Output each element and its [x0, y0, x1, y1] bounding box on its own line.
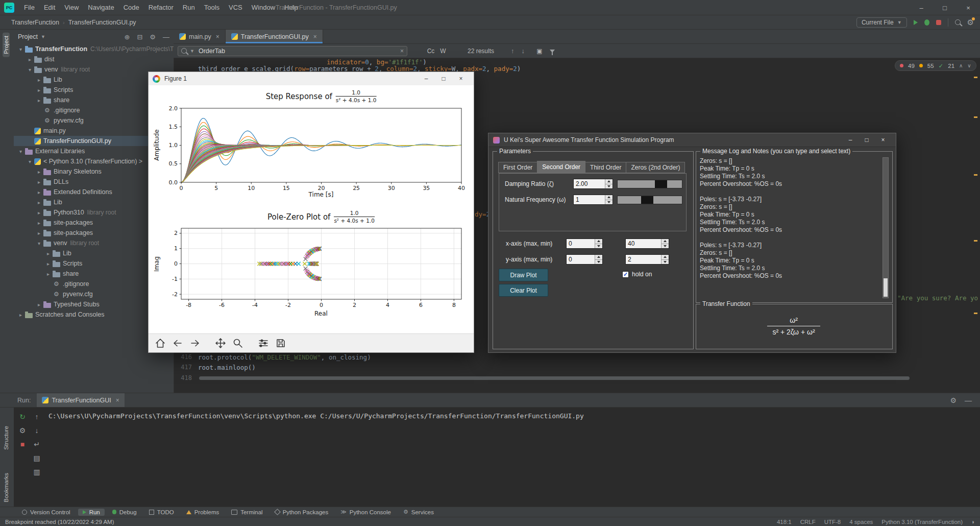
spin-down-button[interactable] — [662, 259, 669, 265]
interpreter-widget[interactable]: Python 3.10 (TransferFunction) — [881, 519, 963, 525]
tool-window-button-debug[interactable]: Debug — [108, 509, 141, 516]
rerun-icon[interactable]: ↻ — [17, 412, 28, 422]
inspection-mark[interactable] — [974, 313, 977, 314]
pan-icon[interactable] — [214, 337, 227, 350]
scrollbar-thumb[interactable] — [884, 278, 888, 297]
chevron-down-icon[interactable]: ▼ — [41, 34, 45, 39]
menu-file[interactable]: File — [19, 4, 39, 11]
spin-down-button[interactable] — [605, 200, 612, 205]
natural-frequency-spinbox[interactable]: 1 — [573, 195, 613, 205]
inspection-mark[interactable] — [974, 77, 977, 78]
filter-icon[interactable] — [550, 50, 555, 53]
minimize-icon[interactable]: – — [418, 72, 435, 85]
tool-window-button-todo[interactable]: TODO — [144, 509, 179, 516]
search-everywhere-icon[interactable] — [955, 19, 961, 25]
console-output[interactable]: C:\Users\U\PycharmProjects\TransferFunct… — [48, 412, 584, 420]
chevron-right-icon[interactable]: ▸ — [35, 230, 43, 236]
natural-frequency-value[interactable]: 1 — [574, 195, 605, 204]
settings-gear-icon[interactable]: ⚙ — [967, 18, 974, 26]
save-icon[interactable] — [274, 337, 287, 350]
y-axis-min-value[interactable]: 0 — [567, 255, 595, 264]
chevron-right-icon[interactable]: ▸ — [35, 98, 43, 103]
project-panel-title[interactable]: Project — [18, 33, 38, 40]
x-axis-min-value[interactable]: 0 — [567, 239, 595, 248]
run-configuration-select[interactable]: Current File ▼ — [856, 17, 907, 28]
y-axis-max-value[interactable]: 2 — [626, 255, 661, 264]
chevron-right-icon[interactable]: ▸ — [35, 220, 43, 226]
slider-handle[interactable] — [655, 180, 667, 188]
draw-plot-button[interactable]: Draw Plot — [499, 269, 548, 281]
message-log-text-area[interactable]: Zeros: s = []Peak Time: Tp = 0 sSettling… — [700, 157, 878, 298]
match-case-toggle[interactable]: Cc — [425, 46, 437, 56]
maximize-icon[interactable]: □ — [859, 133, 875, 147]
settings-icon[interactable]: ⚙ — [17, 425, 28, 436]
previous-problem-icon[interactable]: ∧ — [959, 63, 963, 68]
minimize-icon[interactable]: – — [910, 0, 933, 15]
inspection-mark[interactable] — [974, 240, 977, 242]
next-occurrence-icon[interactable]: ↓ — [518, 47, 529, 55]
breadcrumb-file[interactable]: TransferFunctionGUI.py — [68, 19, 136, 26]
back-icon[interactable] — [171, 337, 184, 350]
hide-panel-icon[interactable]: — — [163, 33, 169, 41]
chevron-right-icon[interactable]: ▸ — [26, 57, 34, 62]
tool-window-button-version-control[interactable]: Version Control — [17, 509, 75, 516]
zoom-icon[interactable] — [231, 337, 244, 350]
chevron-right-icon[interactable]: ▸ — [35, 77, 43, 83]
collapse-all-icon[interactable]: ⊟ — [137, 33, 142, 41]
chevron-down-icon[interactable]: ▾ — [35, 241, 43, 246]
close-tab-icon[interactable]: × — [216, 33, 219, 40]
tool-window-button-services[interactable]: ⚙Services — [399, 508, 438, 516]
menu-run[interactable]: Run — [178, 4, 200, 11]
chevron-right-icon[interactable]: ▸ — [35, 169, 43, 175]
menu-view[interactable]: View — [60, 4, 83, 11]
maximize-icon[interactable]: □ — [933, 0, 957, 15]
close-icon[interactable]: × — [875, 133, 891, 147]
spin-up-button[interactable] — [595, 239, 602, 244]
damping-ratio-slider[interactable] — [617, 180, 682, 188]
print-icon[interactable]: ▤ — [32, 453, 42, 463]
spin-up-button[interactable] — [605, 195, 612, 200]
configure-subplots-icon[interactable] — [257, 337, 270, 350]
y-axis-min-spinbox[interactable]: 0 — [566, 254, 603, 265]
menu-edit[interactable]: Edit — [39, 4, 60, 11]
chevron-right-icon[interactable]: ▸ — [35, 189, 43, 195]
line-number[interactable]: 417 — [176, 364, 192, 371]
chevron-down-icon[interactable]: ▾ — [17, 149, 24, 154]
spin-down-button[interactable] — [605, 184, 612, 189]
whole-words-toggle[interactable]: W — [437, 46, 449, 56]
close-icon[interactable]: × — [957, 0, 980, 15]
editor-horizontal-scrollbar[interactable] — [199, 376, 910, 380]
breadcrumb-project[interactable]: TransferFunction — [11, 19, 59, 26]
spin-down-button[interactable] — [662, 244, 669, 249]
menu-navigate[interactable]: Navigate — [83, 4, 118, 11]
home-icon[interactable] — [154, 337, 166, 350]
figure-canvas[interactable]: Step Response of 1.0s² + 4.0s + 1.0 Time… — [149, 85, 474, 333]
line-number[interactable]: 416 — [176, 353, 192, 361]
debug-icon[interactable] — [924, 19, 929, 26]
x-axis-max-spinbox[interactable]: 40 — [625, 238, 669, 249]
forward-icon[interactable] — [188, 337, 201, 350]
select-all-occurrences-icon[interactable]: ▣ — [533, 46, 546, 56]
sim-tab-third-order[interactable]: Third Order — [585, 162, 626, 173]
chevron-right-icon[interactable]: ▸ — [17, 312, 24, 318]
line-number[interactable]: 418 — [176, 374, 192, 381]
tab-main-py[interactable]: main.py × — [174, 30, 226, 43]
menu-window[interactable]: Window — [247, 4, 280, 11]
panel-settings-icon[interactable]: ⚙ — [150, 33, 156, 41]
spin-up-button[interactable] — [662, 255, 669, 259]
spin-down-button[interactable] — [595, 244, 602, 249]
close-icon[interactable]: × — [452, 72, 470, 85]
natural-frequency-slider[interactable] — [617, 196, 682, 204]
menu-tools[interactable]: Tools — [200, 4, 224, 11]
clear-search-icon[interactable]: × — [400, 47, 404, 55]
spin-up-button[interactable] — [595, 255, 602, 259]
checkbox-box[interactable]: ✓ — [622, 271, 629, 278]
inspections-widget[interactable]: 49 55 ✓ 21 ∧ ∨ — [895, 60, 976, 71]
inspection-mark[interactable] — [974, 116, 977, 118]
chevron-right-icon[interactable]: ▸ — [35, 179, 43, 185]
search-history-chevron-icon[interactable]: ▼ — [190, 49, 194, 54]
chevron-right-icon[interactable]: ▸ — [35, 200, 43, 205]
locate-file-icon[interactable]: ⊕ — [125, 33, 130, 41]
menu-code[interactable]: Code — [119, 4, 144, 11]
damping-ratio-value[interactable]: 2.00 — [574, 179, 605, 188]
